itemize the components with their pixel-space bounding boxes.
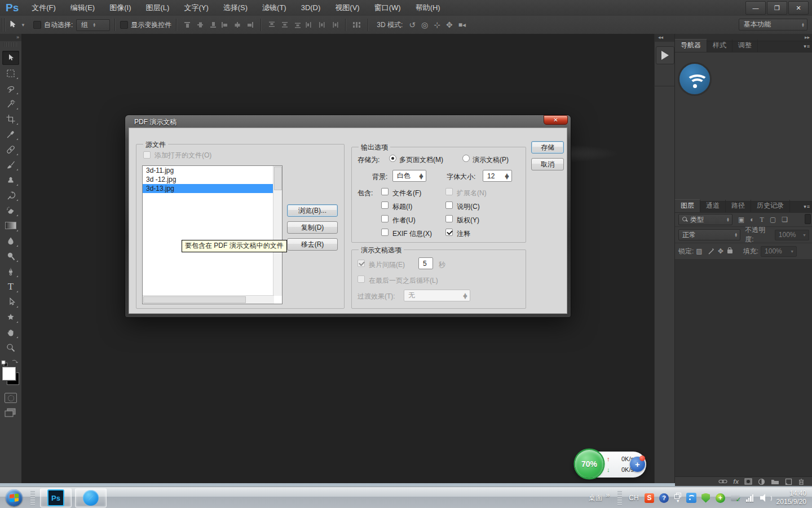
distribute-right-edges-icon[interactable]	[330, 20, 339, 29]
title-checkbox[interactable]	[381, 202, 389, 209]
3d-rotate-icon[interactable]: ↺	[409, 20, 416, 29]
layer-mask-icon[interactable]	[744, 478, 752, 485]
3d-slide-icon[interactable]: ✥	[446, 20, 453, 29]
tab-navigator[interactable]: 导航器	[675, 39, 707, 52]
exif-checkbox[interactable]	[381, 229, 389, 236]
file-listbox[interactable]: 3d-11.jpg 3d -12.jpg 3d-13.jpg	[142, 165, 283, 304]
lock-position-icon[interactable]: ✥	[718, 247, 723, 255]
file-list-item[interactable]: 3d -12.jpg	[143, 175, 282, 184]
menu-3d[interactable]: 3D(D)	[294, 0, 328, 16]
copyright-checkbox[interactable]	[445, 215, 453, 222]
advance-checkbox[interactable]	[358, 260, 365, 267]
move-tool-dropdown-arrow[interactable]: ▼	[21, 23, 25, 28]
presentation-radio[interactable]	[462, 155, 470, 162]
filename-checkbox[interactable]	[381, 188, 389, 195]
tool-type[interactable]: T	[2, 279, 19, 294]
tool-magic-wand[interactable]	[2, 97, 19, 111]
align-horizontal-centers-icon[interactable]	[233, 20, 242, 29]
filter-type-layers-icon[interactable]: T	[760, 216, 764, 224]
screen-mode-icon[interactable]	[5, 408, 17, 418]
delete-layer-icon[interactable]	[798, 478, 805, 485]
menu-image[interactable]: 图像(I)	[102, 0, 138, 16]
cancel-button[interactable]: 取消	[531, 158, 564, 170]
lock-pixels-icon[interactable]	[707, 247, 715, 255]
options-bar-grip[interactable]	[1, 18, 6, 32]
distribute-vertical-centers-icon[interactable]	[280, 20, 289, 29]
scrollbar-thumb[interactable]	[143, 296, 246, 303]
scrollbar-thumb[interactable]	[274, 167, 282, 190]
tool-eraser[interactable]	[2, 203, 19, 217]
author-checkbox[interactable]	[381, 215, 389, 222]
fill-field[interactable]: 100% ▼	[761, 246, 797, 257]
annotation-checkbox[interactable]	[445, 229, 453, 236]
workspace-dropdown[interactable]: 基本功能	[739, 19, 807, 30]
3d-camera-icon[interactable]: ■◂	[458, 21, 466, 29]
save-button[interactable]: 存储	[531, 141, 564, 154]
layer-style-fx-icon[interactable]: fx	[733, 478, 739, 485]
volume-tray-icon[interactable]	[760, 493, 770, 503]
opacity-field[interactable]: 100% ▼	[775, 230, 809, 240]
taskbar-photoshop-button[interactable]: Ps	[40, 488, 72, 507]
loop-checkbox[interactable]	[358, 275, 365, 283]
dock-collapse-chevrons[interactable]: ◂◂	[655, 34, 675, 42]
tool-eyedropper[interactable]	[2, 127, 19, 141]
memory-percent-ball[interactable]: 70%	[575, 450, 603, 478]
new-group-icon[interactable]	[771, 478, 779, 485]
tool-history-brush[interactable]	[2, 188, 19, 202]
auto-select-dropdown[interactable]: 组	[76, 19, 110, 31]
distribute-left-edges-icon[interactable]	[304, 20, 314, 29]
align-top-edges-icon[interactable]	[183, 20, 192, 29]
antivirus-tray-icon[interactable]: +	[716, 493, 726, 503]
description-checkbox[interactable]	[445, 202, 453, 209]
panel-menu-icon[interactable]: ▾≡	[804, 43, 810, 49]
auto-select-checkbox[interactable]	[33, 21, 41, 29]
help-tray-icon[interactable]: ?	[659, 493, 669, 503]
menu-file[interactable]: 文件(F)	[24, 0, 63, 16]
filter-shape-layers-icon[interactable]: ▢	[770, 216, 776, 224]
menu-edit[interactable]: 编辑(E)	[63, 0, 102, 16]
tab-adjustments[interactable]: 调整	[732, 40, 758, 52]
tool-marquee[interactable]	[2, 66, 19, 80]
net-speed-widget[interactable]: 70% ↑0K/s ↓0K/s +	[574, 452, 646, 478]
menu-layer[interactable]: 图层(L)	[138, 0, 176, 16]
swap-colors-icon[interactable]	[10, 359, 19, 367]
add-open-files-checkbox[interactable]	[143, 151, 151, 159]
tool-crop[interactable]	[2, 112, 19, 126]
start-button[interactable]	[6, 489, 23, 506]
filter-adjustment-layers-icon[interactable]: ◐	[750, 216, 754, 224]
show-hidden-icons-button[interactable]: ▼	[674, 493, 682, 503]
layer-filter-dropdown[interactable]: 类型	[678, 214, 732, 225]
default-colors-icon[interactable]	[1, 360, 8, 367]
distribute-widths-icon[interactable]	[352, 20, 362, 29]
tool-dodge[interactable]	[2, 249, 19, 263]
update-check-tray-icon[interactable]	[730, 493, 740, 503]
sogou-tray-icon[interactable]: S	[645, 493, 655, 503]
network-signal-tray-icon[interactable]	[745, 493, 755, 503]
browse-button[interactable]: 浏览(B)...	[287, 204, 338, 217]
3d-roll-icon[interactable]: ◎	[421, 20, 428, 29]
distribute-top-edges-icon[interactable]	[267, 20, 276, 29]
tool-pen[interactable]	[2, 264, 19, 278]
tool-blur[interactable]	[2, 234, 19, 248]
adjustment-layer-icon[interactable]	[758, 478, 765, 485]
tray-grip[interactable]	[617, 491, 622, 505]
transition-dropdown[interactable]: 无	[404, 290, 470, 301]
tool-path-select[interactable]	[2, 295, 19, 309]
tool-healing-brush[interactable]	[2, 142, 19, 156]
link-layers-icon[interactable]	[718, 478, 727, 485]
list-horizontal-scrollbar[interactable]	[143, 295, 274, 304]
tool-custom-shape[interactable]	[2, 310, 19, 324]
dialog-close-button[interactable]: ✕	[544, 115, 568, 125]
show-transform-checkbox[interactable]	[120, 21, 128, 29]
duplicate-button[interactable]: 复制(D)	[287, 221, 338, 234]
3d-drag-icon[interactable]: ⊹	[434, 20, 440, 29]
tool-clone-stamp[interactable]	[2, 173, 19, 187]
file-list-item-selected[interactable]: 3d-13.jpg	[143, 184, 282, 193]
minimize-button[interactable]: —	[745, 1, 766, 15]
tool-zoom[interactable]	[2, 340, 19, 354]
filter-pixel-layers-icon[interactable]: ▣	[738, 216, 744, 224]
align-right-edges-icon[interactable]	[246, 20, 255, 29]
tools-grip[interactable]	[4, 42, 17, 47]
tab-styles[interactable]: 样式	[707, 40, 732, 52]
tool-hand[interactable]	[2, 325, 19, 339]
